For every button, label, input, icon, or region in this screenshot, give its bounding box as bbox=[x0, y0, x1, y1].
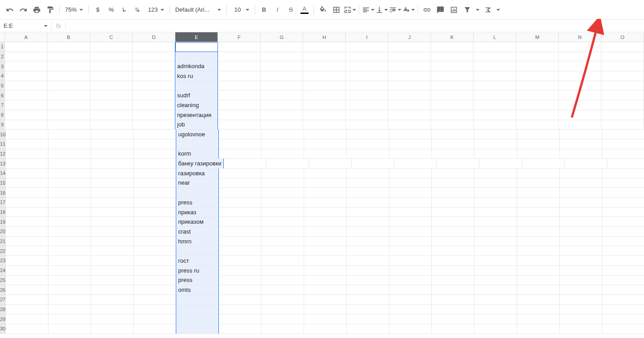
row-header[interactable]: 11 bbox=[0, 139, 6, 149]
cell[interactable] bbox=[602, 149, 644, 159]
cell[interactable] bbox=[219, 188, 261, 198]
cell[interactable] bbox=[516, 100, 559, 110]
row-header[interactable]: 12 bbox=[0, 149, 6, 159]
cell[interactable] bbox=[91, 295, 134, 305]
row-header[interactable]: 7 bbox=[0, 100, 5, 110]
cell[interactable] bbox=[6, 276, 48, 286]
cell[interactable] bbox=[559, 110, 601, 120]
strikethrough-button[interactable]: S bbox=[285, 4, 297, 16]
cell[interactable] bbox=[261, 246, 304, 256]
cell[interactable] bbox=[346, 42, 388, 52]
cell[interactable] bbox=[389, 324, 432, 334]
cell[interactable]: приказом bbox=[176, 217, 219, 227]
cell[interactable] bbox=[48, 120, 90, 130]
cell[interactable] bbox=[517, 198, 560, 208]
cell[interactable] bbox=[5, 91, 48, 100]
cell[interactable] bbox=[261, 61, 303, 71]
row-header[interactable]: 19 bbox=[0, 217, 6, 227]
cell[interactable] bbox=[304, 188, 347, 198]
cell[interactable] bbox=[91, 178, 134, 188]
cell[interactable] bbox=[304, 139, 347, 149]
cell[interactable] bbox=[388, 71, 431, 81]
cell[interactable] bbox=[601, 71, 644, 81]
row-header[interactable]: 9 bbox=[0, 120, 5, 130]
cell[interactable] bbox=[602, 178, 644, 188]
cell[interactable]: press bbox=[176, 276, 219, 286]
column-header[interactable]: L bbox=[474, 32, 516, 42]
cell[interactable] bbox=[219, 208, 261, 217]
cell[interactable] bbox=[134, 246, 176, 256]
cell[interactable] bbox=[601, 91, 644, 100]
cell[interactable] bbox=[474, 110, 516, 120]
cell[interactable] bbox=[303, 71, 346, 81]
cell[interactable] bbox=[432, 276, 474, 286]
cell[interactable] bbox=[432, 208, 474, 217]
functions-button[interactable] bbox=[482, 4, 494, 16]
cell[interactable] bbox=[261, 52, 303, 62]
cell[interactable] bbox=[48, 285, 91, 295]
cell[interactable] bbox=[261, 285, 304, 295]
row-header[interactable]: 21 bbox=[0, 237, 6, 247]
cell[interactable] bbox=[388, 110, 431, 120]
cell[interactable] bbox=[432, 227, 474, 237]
cell[interactable] bbox=[431, 81, 474, 91]
cell[interactable] bbox=[176, 295, 219, 305]
cell[interactable] bbox=[560, 169, 602, 178]
cell[interactable] bbox=[134, 178, 176, 188]
cell[interactable] bbox=[560, 324, 602, 334]
cell[interactable] bbox=[474, 81, 516, 91]
cell[interactable] bbox=[474, 100, 516, 110]
cell[interactable] bbox=[303, 61, 346, 71]
cell[interactable] bbox=[347, 208, 389, 217]
cell[interactable] bbox=[602, 217, 644, 227]
vertical-align-button[interactable] bbox=[375, 4, 388, 16]
cell[interactable] bbox=[175, 52, 218, 62]
cell[interactable] bbox=[261, 237, 304, 247]
paint-format-button[interactable] bbox=[44, 4, 57, 16]
cell[interactable] bbox=[134, 295, 176, 305]
column-header[interactable]: A bbox=[5, 32, 48, 42]
cell[interactable] bbox=[218, 42, 261, 52]
cell[interactable] bbox=[261, 276, 304, 286]
cell[interactable] bbox=[90, 52, 133, 62]
column-header[interactable]: H bbox=[303, 32, 346, 42]
cell[interactable] bbox=[474, 178, 517, 188]
cell[interactable] bbox=[516, 81, 559, 91]
cell[interactable] bbox=[219, 285, 261, 295]
row-header[interactable]: 17 bbox=[0, 198, 6, 208]
number-format-select[interactable]: 123 bbox=[145, 4, 167, 16]
bold-button[interactable]: B bbox=[258, 4, 270, 16]
cell[interactable] bbox=[48, 149, 91, 159]
cell[interactable] bbox=[133, 110, 175, 120]
cell[interactable] bbox=[304, 149, 347, 159]
cell[interactable] bbox=[347, 305, 389, 315]
cell[interactable] bbox=[91, 305, 134, 315]
cell[interactable] bbox=[266, 159, 309, 169]
italic-button[interactable]: I bbox=[271, 4, 284, 16]
cell[interactable] bbox=[219, 227, 261, 237]
cell[interactable] bbox=[389, 169, 432, 178]
column-header[interactable]: D bbox=[133, 32, 175, 42]
cell[interactable] bbox=[48, 100, 90, 110]
cell[interactable] bbox=[432, 188, 474, 198]
cell[interactable] bbox=[516, 61, 559, 71]
cell[interactable]: press ru bbox=[176, 266, 219, 276]
cell[interactable] bbox=[474, 266, 517, 276]
font-family-select[interactable]: Default (Ari... bbox=[173, 4, 224, 16]
cell[interactable] bbox=[48, 305, 91, 315]
column-header[interactable]: N bbox=[559, 32, 601, 42]
cell[interactable] bbox=[559, 61, 601, 71]
row-header[interactable]: 6 bbox=[0, 91, 5, 100]
borders-button[interactable] bbox=[330, 4, 343, 16]
cell[interactable] bbox=[389, 149, 432, 159]
cell[interactable] bbox=[432, 217, 474, 227]
font-size-select[interactable]: 10 bbox=[230, 4, 252, 16]
cell[interactable] bbox=[176, 246, 219, 256]
cell[interactable] bbox=[261, 149, 304, 159]
row-header[interactable]: 29 bbox=[0, 314, 6, 324]
cell[interactable] bbox=[90, 100, 133, 110]
row-header[interactable]: 16 bbox=[0, 188, 6, 198]
cell[interactable] bbox=[474, 188, 517, 198]
cell[interactable] bbox=[224, 159, 266, 169]
text-color-button[interactable]: A bbox=[298, 4, 311, 16]
